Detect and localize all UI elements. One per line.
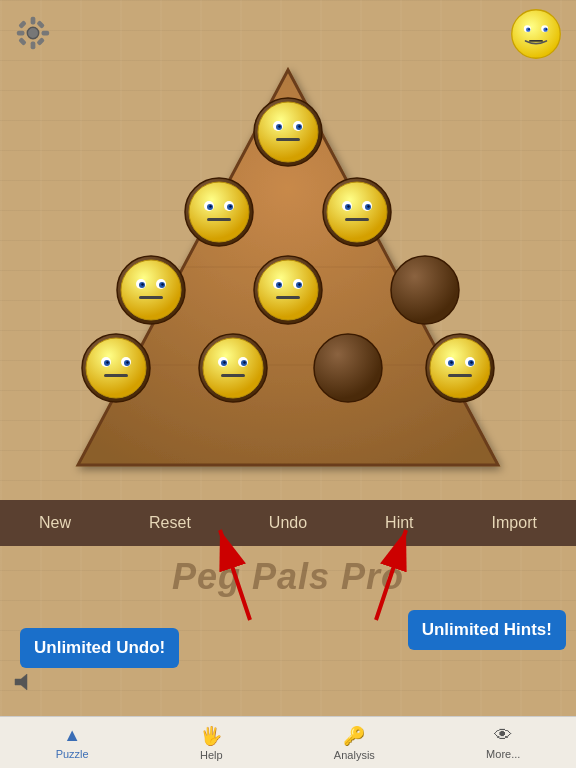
svg-point-55 (141, 283, 143, 285)
svg-rect-7 (18, 37, 27, 46)
svg-point-9 (512, 10, 561, 59)
tab-more[interactable]: 👁 More... (486, 725, 520, 760)
svg-point-69 (86, 338, 146, 398)
toolbar: New Reset Undo Hint Import (0, 500, 576, 546)
puzzle-icon: ▲ (63, 725, 81, 746)
svg-point-41 (327, 182, 387, 242)
smiley-icon (510, 8, 562, 60)
svg-point-15 (546, 28, 548, 30)
svg-point-86 (314, 334, 382, 402)
svg-rect-16 (529, 40, 543, 42)
svg-rect-4 (42, 31, 50, 36)
svg-point-47 (367, 205, 369, 207)
svg-point-64 (278, 283, 280, 285)
svg-rect-39 (207, 218, 231, 221)
svg-point-65 (298, 283, 300, 285)
app-title-area: Peg Pals Pro (0, 556, 576, 598)
hint-callout: Unlimited Hints! (408, 610, 566, 650)
svg-rect-1 (31, 17, 36, 25)
svg-point-23 (258, 102, 318, 162)
svg-rect-66 (276, 296, 300, 299)
svg-point-88 (430, 338, 490, 398)
svg-rect-5 (18, 20, 27, 29)
svg-point-37 (209, 205, 211, 207)
svg-rect-85 (221, 374, 245, 377)
svg-point-93 (450, 361, 452, 363)
svg-point-67 (391, 256, 459, 324)
game-board (58, 60, 518, 490)
svg-point-29 (298, 125, 300, 127)
svg-point-75 (126, 361, 128, 363)
svg-point-84 (243, 361, 245, 363)
import-button[interactable]: Import (482, 510, 547, 536)
tab-analysis-label: Analysis (334, 749, 375, 761)
tab-puzzle[interactable]: ▲ Puzzle (56, 725, 89, 760)
undo-callout: Unlimited Undo! (20, 628, 179, 668)
help-icon: 🖐 (200, 725, 222, 747)
svg-rect-8 (36, 20, 45, 29)
svg-point-94 (470, 361, 472, 363)
svg-rect-76 (104, 374, 128, 377)
svg-point-28 (278, 125, 280, 127)
svg-line-97 (220, 530, 250, 620)
tab-more-label: More... (486, 748, 520, 760)
svg-point-46 (347, 205, 349, 207)
svg-point-50 (121, 260, 181, 320)
tab-puzzle-label: Puzzle (56, 748, 89, 760)
svg-rect-48 (345, 218, 369, 221)
analysis-icon: 🔑 (343, 725, 365, 747)
undo-arrow (170, 510, 280, 630)
svg-rect-57 (139, 296, 163, 299)
tab-bar: ▲ Puzzle 🖐 Help 🔑 Analysis 👁 More... (0, 716, 576, 768)
svg-line-99 (376, 530, 406, 620)
svg-marker-100 (15, 674, 27, 690)
svg-point-78 (203, 338, 263, 398)
svg-rect-95 (448, 374, 472, 377)
svg-point-74 (106, 361, 108, 363)
new-button[interactable]: New (29, 510, 81, 536)
more-icon: 👁 (494, 725, 512, 746)
svg-point-14 (528, 28, 530, 30)
svg-point-0 (27, 27, 38, 38)
svg-rect-30 (276, 138, 300, 141)
tab-analysis[interactable]: 🔑 Analysis (334, 725, 375, 761)
svg-rect-2 (31, 42, 36, 50)
svg-point-56 (161, 283, 163, 285)
svg-point-32 (189, 182, 249, 242)
svg-point-38 (229, 205, 231, 207)
speaker-icon[interactable] (12, 670, 36, 698)
svg-rect-3 (17, 31, 25, 36)
svg-point-83 (223, 361, 225, 363)
tab-help-label: Help (200, 749, 223, 761)
svg-rect-6 (36, 37, 45, 46)
svg-point-59 (258, 260, 318, 320)
settings-button[interactable] (14, 14, 52, 52)
tab-help[interactable]: 🖐 Help (200, 725, 223, 761)
